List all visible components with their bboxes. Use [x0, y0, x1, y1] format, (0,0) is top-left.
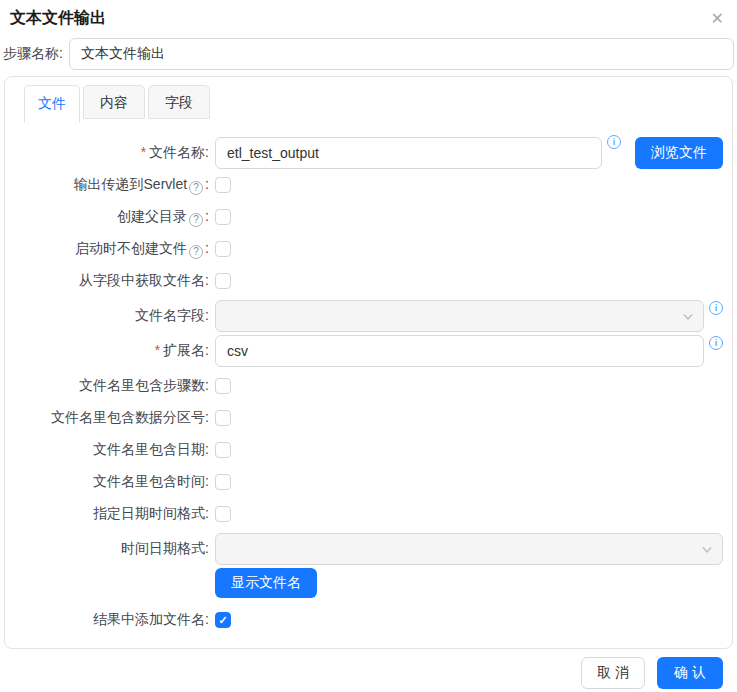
required-asterisk: * [141, 144, 146, 160]
step-name-input[interactable] [69, 38, 734, 70]
dialog-header: 文本文件输出 ✕ [0, 8, 737, 28]
tab-file[interactable]: 文件 [24, 85, 80, 123]
no-create-at-start-row: 启动时不创建文件?: [5, 233, 723, 265]
add-filename-to-result-row: 结果中添加文件名: ✓ [5, 604, 723, 636]
create-parent-dir-row: 创建父目录?: [5, 201, 723, 233]
include-stepnr-label: 文件名里包含步骤数: [5, 377, 209, 395]
tab-fields-label: 字段 [165, 94, 193, 110]
show-filename-button[interactable]: 显示文件名 [215, 568, 317, 598]
no-create-at-start-label: 启动时不创建文件 [75, 240, 187, 256]
text-file-output-dialog: 文本文件输出 ✕ 步骤名称: 文件 内容 字段 *文件名称: i [0, 0, 737, 692]
tab-card: 文件 内容 字段 *文件名称: i 浏览文件 输出传递到Servlet?: [4, 76, 733, 649]
help-icon[interactable]: ? [189, 245, 203, 259]
add-filename-to-result-label: 结果中添加文件名: [5, 611, 209, 629]
include-time-row: 文件名里包含时间: [5, 466, 723, 498]
step-name-row: 步骤名称: [3, 38, 734, 70]
checkbox-create-parent-dir[interactable] [215, 209, 231, 225]
filename-from-field-row: 从字段中获取文件名: [5, 265, 723, 297]
required-asterisk: * [155, 342, 160, 358]
close-icon[interactable]: ✕ [711, 11, 724, 27]
tab-bar: 文件 内容 字段 [5, 77, 732, 123]
file-name-label: 文件名称: [149, 144, 209, 160]
tab-content[interactable]: 内容 [83, 85, 145, 119]
step-name-label: 步骤名称: [3, 45, 63, 63]
filename-from-field-label: 从字段中获取文件名: [5, 272, 209, 290]
include-partition-label: 文件名里包含数据分区号: [5, 409, 209, 427]
checkbox-include-partition[interactable] [215, 410, 231, 426]
info-icon[interactable]: i [607, 135, 621, 149]
browse-file-button[interactable]: 浏览文件 [635, 137, 723, 169]
help-icon[interactable]: ? [189, 181, 203, 195]
chevron-down-icon [682, 311, 694, 323]
file-tab-form: *文件名称: i 浏览文件 输出传递到Servlet?: 创建父目录?: [5, 123, 732, 636]
servlet-row: 输出传递到Servlet?: [5, 169, 723, 201]
extension-input[interactable] [215, 335, 704, 367]
include-date-row: 文件名里包含日期: [5, 434, 723, 466]
checkbox-specify-datetime-format[interactable] [215, 506, 231, 522]
chevron-down-icon [701, 544, 713, 556]
checkbox-include-date[interactable] [215, 442, 231, 458]
extension-row: *扩展名: i [5, 335, 723, 367]
info-icon[interactable]: i [709, 336, 723, 350]
checkbox-filename-from-field[interactable] [215, 273, 231, 289]
tab-file-label: 文件 [38, 95, 66, 111]
include-partition-row: 文件名里包含数据分区号: [5, 402, 723, 434]
dialog-footer: 取 消 确 认 [0, 657, 723, 689]
checkbox-include-stepnr[interactable] [215, 378, 231, 394]
info-icon[interactable]: i [709, 301, 723, 315]
file-name-row: *文件名称: i 浏览文件 [5, 137, 723, 169]
datetime-format-label: 时间日期格式: [5, 540, 209, 558]
filename-field-select [215, 300, 704, 332]
include-date-label: 文件名里包含日期: [5, 441, 209, 459]
tab-fields[interactable]: 字段 [148, 85, 210, 119]
specify-datetime-format-label: 指定日期时间格式: [5, 505, 209, 523]
help-icon[interactable]: ? [189, 213, 203, 227]
checkbox-servlet[interactable] [215, 177, 231, 193]
include-stepnr-row: 文件名里包含步骤数: [5, 370, 723, 402]
create-parent-dir-label: 创建父目录 [117, 208, 187, 224]
checkbox-no-create-at-start[interactable] [215, 241, 231, 257]
checkbox-include-time[interactable] [215, 474, 231, 490]
confirm-button[interactable]: 确 认 [657, 657, 723, 689]
filename-field-row: 文件名字段: i [5, 300, 723, 332]
file-name-input[interactable] [215, 137, 602, 169]
specify-datetime-format-row: 指定日期时间格式: [5, 498, 723, 530]
cancel-button[interactable]: 取 消 [581, 657, 645, 689]
servlet-label: 输出传递到Servlet [74, 176, 188, 192]
datetime-format-row: 时间日期格式: [5, 533, 723, 565]
dialog-title: 文本文件输出 [10, 8, 106, 28]
tab-content-label: 内容 [100, 94, 128, 110]
datetime-format-select [215, 533, 723, 565]
include-time-label: 文件名里包含时间: [5, 473, 209, 491]
extension-label: 扩展名: [163, 342, 209, 358]
show-filename-row: 显示文件名 [5, 568, 723, 598]
checkbox-add-filename-to-result[interactable]: ✓ [215, 612, 231, 628]
filename-field-label: 文件名字段: [5, 307, 209, 325]
